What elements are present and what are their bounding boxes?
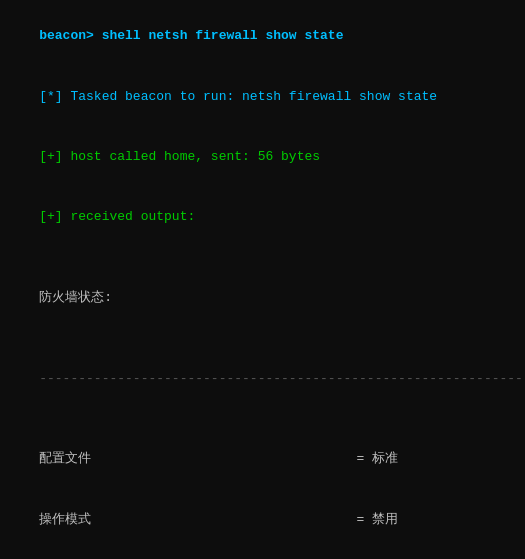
blank-3 — [8, 409, 517, 429]
terminal-window: beacon> shell netsh firewall show state … — [0, 0, 525, 559]
received-output-line: [+] received output: — [39, 209, 195, 224]
blank-1 — [8, 248, 517, 268]
prompt-line: beacon> shell netsh firewall show state — [8, 6, 517, 66]
config-profile: 配置文件 = 标准 — [8, 429, 517, 489]
firewall-status-title: 防火墙状态: — [8, 268, 517, 328]
tasked-line: [*] Tasked beacon to run: netsh firewall… — [39, 89, 437, 104]
host-called-line: [+] host called home, sent: 56 bytes — [39, 149, 320, 164]
divider-1: ----------------------------------------… — [8, 348, 517, 408]
operation-mode: 操作模式 = 禁用 — [8, 489, 517, 549]
output-line-1: [*] Tasked beacon to run: netsh firewall… — [8, 66, 517, 126]
output-line-3: [+] received output: — [8, 187, 517, 247]
exception-mode: 例外模式 = 启用 — [8, 550, 517, 559]
output-line-2: [+] host called home, sent: 56 bytes — [8, 127, 517, 187]
blank-2 — [8, 328, 517, 348]
beacon-label: beacon> shell netsh firewall show state — [39, 28, 343, 43]
